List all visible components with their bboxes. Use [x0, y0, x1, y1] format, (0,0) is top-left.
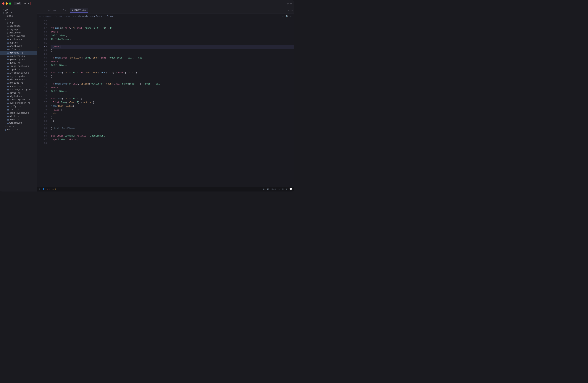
sidebar-item-input[interactable]: ⊡ input.rs — [0, 68, 37, 71]
sidebar-item-app-folder[interactable]: ▷ app — [0, 21, 37, 24]
sidebar-item-key-dispatch[interactable]: ⊡ key_dispatch.rs — [0, 75, 37, 78]
sidebar-item-view[interactable]: ⊡ view.rs — [0, 118, 37, 121]
titlebar-forward-icon[interactable]: ↻ — [290, 2, 292, 5]
users-icon[interactable]: 👤 — [42, 188, 45, 191]
file-icon: ⊡ — [7, 115, 9, 118]
close-button[interactable] — [2, 2, 4, 5]
sidebar-item-label: gpui — [5, 8, 11, 11]
titlebar-back-icon[interactable]: ↺ — [287, 2, 289, 5]
nav-forward-button[interactable]: › — [42, 9, 45, 12]
sidebar-item-executor[interactable]: ⊡ executor.rs — [0, 55, 37, 58]
breadcrumb-fn: fn map — [106, 15, 114, 18]
sidebar-item-prelude[interactable]: ⊡ prelude.rs — [0, 81, 37, 85]
welcome-tab[interactable]: Welcome to Zed! — [46, 8, 69, 12]
file-icon: ⊡ — [7, 39, 9, 41]
sidebar-item-element[interactable]: ⊡ element.rs — [0, 51, 37, 55]
code-line-87: type State: 'static; — [51, 138, 294, 141]
gutter-cell-78 — [37, 104, 41, 108]
code-line-65: fn when(self, condition: bool, then: imp… — [51, 56, 294, 60]
sidebar-item-image-cache[interactable]: ⊡ image_cache.rs — [0, 65, 37, 68]
file-icon: ⊡ — [7, 59, 9, 61]
sidebar-item-label: subscription.rs — [9, 99, 30, 101]
symbol-type-icon[interactable]: :T — [282, 15, 284, 18]
code-line-66: where — [51, 60, 294, 63]
expand-icon[interactable]: ⤢ — [290, 15, 292, 18]
sidebar-item-assets[interactable]: ⊡ assets.rs — [0, 45, 37, 48]
gutter-cell-80 — [37, 112, 41, 116]
code-line-88 — [51, 141, 294, 145]
sidebar-item-style[interactable]: ⊡ style.rs — [0, 91, 37, 95]
sidebar-item-text-system-rs[interactable]: ⊡ text_system.rs — [0, 111, 37, 115]
layout-icon[interactable]: ▣ — [286, 188, 287, 191]
chat-icon[interactable]: 💬 — [289, 188, 292, 191]
sidebar-item-gpui[interactable]: ▷ gpui — [0, 8, 37, 11]
line-num-76: 76 — [41, 97, 48, 101]
error-count[interactable]: ⊗ 2 — [47, 188, 51, 190]
sidebar-item-label: view.rs — [9, 119, 19, 121]
nav-back-button[interactable]: ‹ — [39, 9, 42, 12]
sidebar-item-gpui2rs[interactable]: ⊡ gpui2.rs — [0, 61, 37, 65]
file-icon: ⊡ — [7, 82, 9, 84]
sidebar-item-gpui2[interactable]: ▽ gpui2 — [0, 11, 37, 15]
sidebar-item-test[interactable]: ⊡ test.rs — [0, 108, 37, 111]
sidebar-toggle-icon[interactable]: ⊞ — [39, 188, 40, 191]
minimize-button[interactable] — [6, 2, 8, 5]
code-line-82: }) — [51, 119, 294, 123]
warning-count[interactable]: ⚠ 1 — [52, 188, 56, 190]
sidebar-item-label: platform.rs — [9, 78, 25, 81]
language-indicator[interactable]: Rust — [272, 188, 276, 190]
sidebar-item-util[interactable]: ⊡ util.rs — [0, 115, 37, 118]
line-num-60: 60 — [41, 38, 48, 41]
line-num-57: 57 — [41, 26, 48, 30]
file-icon: ⊡ — [7, 92, 9, 94]
sidebar-item-color[interactable]: ⊡ color.rs — [0, 48, 37, 51]
gutter-cell-63 — [37, 49, 41, 52]
split-editor-icon[interactable]: ⊟ — [291, 9, 293, 12]
sidebar-item-subscription[interactable]: ⊡ subscription.rs — [0, 98, 37, 101]
code-line-78: then(this, value) — [51, 104, 294, 108]
sidebar-item-label: color.rs — [9, 48, 21, 51]
file-icon: ⊡ — [7, 119, 9, 121]
sidebar-item-geometry[interactable]: ⊡ geometry.rs — [0, 58, 37, 61]
mail-icon[interactable]: ✉ — [279, 188, 280, 191]
sidebar-item-keymap[interactable]: ▷ keymap — [0, 28, 37, 31]
tab-main[interactable]: main — [22, 2, 31, 5]
new-tab-icon[interactable]: ＋ — [287, 9, 290, 12]
line-num-88: 88 — [41, 141, 48, 145]
tab-zed[interactable]: zed — [14, 2, 21, 5]
gutter-cell-70 — [37, 75, 41, 78]
sidebar: ▷ gpui ▽ gpui2 ▷ docs ▽ src ▷ app — [0, 7, 37, 192]
breadcrumb-right-icons: :T 🔍 ⤢ — [282, 15, 292, 18]
line-num-77: 77 — [41, 101, 48, 104]
code-content[interactable]: } fn map<U>(self, f: impl FnOnce(Self) →… — [51, 19, 294, 187]
sidebar-item-styled[interactable]: ⊡ styled.rs — [0, 95, 37, 98]
code-editor[interactable]: ⚡ — [37, 19, 294, 187]
sidebar-item-src[interactable]: ▽ src — [0, 18, 37, 21]
sidebar-item-interactive[interactable]: ⊡ interactive.rs — [0, 71, 37, 75]
sidebar-item-tests[interactable]: ▷ tests — [0, 125, 37, 128]
text-cursor — [61, 45, 61, 48]
sidebar-item-label: svg_renderer.rs — [9, 102, 30, 104]
sidebar-item-app[interactable]: ⊡ app.rs — [0, 41, 37, 45]
sidebar-item-action[interactable]: ⊡ action.rs — [0, 38, 37, 41]
sidebar-item-docs[interactable]: ▷ docs — [0, 15, 37, 18]
sidebar-item-label: assets.rs — [9, 45, 22, 48]
active-file-tab[interactable]: element.rs — [70, 8, 88, 13]
sidebar-item-platform-rs[interactable]: ⊡ platform.rs — [0, 78, 37, 81]
sidebar-item-svg-renderer[interactable]: ⊡ svg_renderer.rs — [0, 101, 37, 105]
sidebar-item-shared-string[interactable]: ⊡ shared_string.rs — [0, 88, 37, 91]
search-icon[interactable]: 🔍 — [286, 15, 288, 18]
maximize-button[interactable] — [9, 2, 11, 5]
folder-icon: ▷ — [7, 22, 9, 24]
cursor-position[interactable]: 62:16 — [263, 188, 269, 190]
sidebar-item-text-system[interactable]: ▷ text_system — [0, 35, 37, 38]
grid-icon[interactable]: ⊞ — [282, 188, 284, 191]
line-num-67: 67 — [41, 63, 48, 67]
sidebar-item-elements[interactable]: ▷ elements — [0, 24, 37, 28]
sidebar-item-window[interactable]: ⊡ window.rs — [0, 121, 37, 125]
sidebar-item-platform[interactable]: ▷ platform — [0, 31, 37, 35]
sidebar-item-build[interactable]: ⊡ build.rs — [0, 128, 37, 132]
sidebar-item-scene[interactable]: ⊡ scene.rs — [0, 85, 37, 88]
breadcrumb: crates/gpui2/src/element.rs › pub trait … — [37, 14, 294, 19]
sidebar-item-taffy[interactable]: ⊡ taffy.rs — [0, 105, 37, 108]
